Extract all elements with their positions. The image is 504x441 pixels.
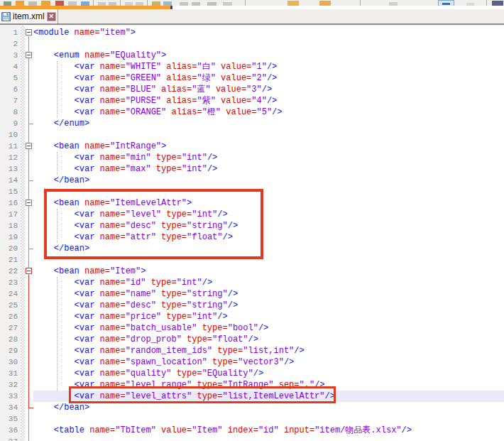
toolbar-icon-fragment[interactable]: [492, 1, 503, 6]
line-number: 10: [9, 129, 18, 141]
code-line-37[interactable]: [33, 436, 504, 441]
line-number: 36: [9, 425, 18, 436]
toolbar-icon-fragment[interactable]: [16, 1, 24, 6]
code-line-4[interactable]: <var name="WHITE" alias="白" value="1"/>: [33, 61, 504, 72]
toolbar-separator: [360, 0, 361, 6]
line-number: 23: [9, 277, 18, 288]
code-line-12[interactable]: <var name="min" type="int"/>: [33, 152, 504, 163]
line-number: 16: [9, 197, 18, 209]
line-number: 3: [13, 50, 18, 61]
line-number: 27: [9, 322, 18, 334]
line-number: 11: [9, 141, 18, 152]
line-number: 17: [9, 209, 18, 220]
line-number: 32: [9, 379, 18, 391]
toolbar-separator: [147, 0, 148, 6]
line-number: 2: [13, 38, 18, 50]
notepad-window: item.xml ✕ 12345678910111213141516171819…: [0, 0, 504, 441]
fold-end-corner: [28, 408, 33, 408]
fold-collapse-box[interactable]: [26, 143, 32, 149]
code-line-27[interactable]: <var name="batch_usable" type="bool"/>: [33, 322, 504, 334]
line-number: 34: [9, 402, 18, 413]
tab-close-icon[interactable]: ✕: [47, 12, 56, 21]
line-number: 5: [13, 72, 18, 84]
code-line-11[interactable]: <bean name="IntRange">: [33, 141, 504, 152]
line-number: 29: [9, 345, 18, 356]
line-number: 15: [9, 186, 18, 197]
fold-margin[interactable]: [25, 26, 33, 441]
code-line-13[interactable]: <var name="max" type="int"/>: [33, 163, 504, 175]
code-line-30[interactable]: <var name="spawn_location" type="vector3…: [33, 356, 504, 368]
line-number: 31: [9, 368, 18, 379]
fold-collapse-box[interactable]: [26, 52, 32, 58]
code-line-14[interactable]: </bean>: [33, 175, 504, 186]
toolbar-icon-fragment[interactable]: [319, 1, 331, 6]
line-number: 28: [9, 334, 18, 345]
code-line-29[interactable]: <var name="random_item_ids" type="list,i…: [33, 345, 504, 356]
toolbar-icon-fragment[interactable]: [287, 1, 299, 6]
line-number: 26: [9, 311, 18, 322]
fold-end-corner: [28, 124, 33, 124]
line-number: 19: [9, 232, 18, 243]
toolbar-icon-fragment[interactable]: [41, 1, 50, 6]
code-line-31[interactable]: <var name="quality" type="EQuality"/>: [33, 368, 504, 379]
code-line-9[interactable]: </enum>: [33, 118, 504, 129]
code-line-6[interactable]: <var name="BLUE" alias="蓝" value="3"/>: [33, 84, 504, 95]
code-line-7[interactable]: <var name="PURSE" alias="紫" value="4"/>: [33, 95, 504, 107]
line-number: 4: [13, 61, 18, 72]
line-number: 22: [9, 266, 18, 277]
code-line-22[interactable]: <bean name="Item">: [33, 266, 504, 277]
line-number: 30: [9, 356, 18, 368]
toolbar-icon-fragment[interactable]: [223, 2, 232, 6]
toolbar-icon-fragment[interactable]: [192, 2, 200, 6]
code-line-3[interactable]: <enum name="EQuality">: [33, 50, 504, 61]
toolbar-icon-fragment[interactable]: [389, 2, 398, 6]
line-number: 20: [9, 243, 18, 254]
line-number: 21: [9, 254, 18, 266]
fold-connector-highlighted: [28, 275, 29, 408]
toolbar-icon-fragment[interactable]: [207, 2, 217, 6]
toolbar-separator: [245, 0, 246, 6]
fold-end-corner: [28, 249, 33, 249]
fold-collapse-box[interactable]: [26, 268, 32, 274]
code-line-35[interactable]: [33, 413, 504, 425]
tab-item-xml[interactable]: item.xml ✕: [0, 9, 58, 23]
code-line-5[interactable]: <var name="GREEN" alias="绿" value="2"/>: [33, 72, 504, 84]
line-number: 37: [9, 436, 18, 441]
code-line-28[interactable]: <var name="drop_prob" type="float"/>: [33, 334, 504, 345]
saved-file-icon: [1, 12, 11, 21]
toolbar-separator: [93, 0, 94, 6]
line-number: 13: [9, 163, 18, 175]
line-number: 12: [9, 152, 18, 163]
tab-title: item.xml: [13, 11, 45, 21]
code-line-26[interactable]: <var name="price" type="int"/>: [33, 311, 504, 322]
annotation-level-attrs-line-box: [69, 386, 336, 403]
toolbar-icon-fragment[interactable]: [466, 3, 474, 6]
toolbar-strip[interactable]: [0, 0, 504, 6]
line-number: 7: [13, 95, 18, 107]
code-line-34[interactable]: </bean>: [33, 402, 504, 413]
fold-collapse-box[interactable]: [26, 200, 32, 206]
toolbar-icon-pressed[interactable]: [438, 0, 454, 6]
code-line-2[interactable]: [33, 38, 504, 50]
code-line-36[interactable]: <table name="TbItem" value="Item" index=…: [33, 425, 504, 436]
code-line-23[interactable]: <var name="id" type="int"/>: [33, 277, 504, 288]
line-number: 33: [9, 391, 18, 402]
annotation-itemlevelattr-bean-box: [44, 189, 263, 259]
code-line-10[interactable]: [33, 129, 504, 141]
code-line-8[interactable]: <var name="ORANGE" alias="橙" value="5"/>: [33, 107, 504, 118]
line-number: 14: [9, 175, 18, 186]
tab-bar: item.xml ✕: [0, 9, 504, 23]
line-number: 35: [9, 413, 18, 425]
fold-collapse-box[interactable]: [26, 29, 32, 36]
line-number: 6: [13, 84, 18, 95]
line-number: 1: [13, 27, 18, 38]
code-line-24[interactable]: <var name="name" type="string"/>: [33, 288, 504, 300]
fold-end-corner: [28, 180, 33, 181]
line-number: 24: [9, 288, 18, 300]
code-line-1[interactable]: <module name="item">: [33, 27, 504, 38]
line-number: 18: [9, 220, 18, 232]
toolbar-icon-fragment[interactable]: [180, 2, 188, 6]
toolbar-icon-fragment[interactable]: [55, 1, 64, 6]
code-line-25[interactable]: <var name="desc" type="string"/>: [33, 300, 504, 311]
toolbar-separator: [486, 0, 487, 6]
